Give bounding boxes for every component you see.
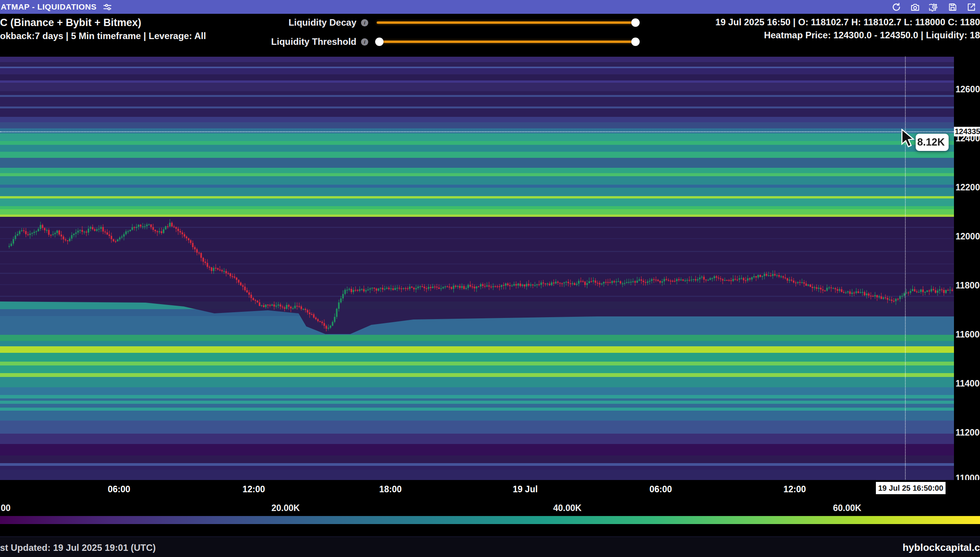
- price-axis[interactable]: 1260001240001220001200001180001160001140…: [954, 57, 980, 480]
- liquidity-tooltip: 8.12K: [916, 134, 949, 151]
- symbol-label: C (Binance + Bybit + Bitmex): [0, 17, 141, 29]
- candlestick-series: [0, 57, 954, 480]
- price-tick-label: 110000: [956, 473, 980, 480]
- slider-thumb[interactable]: [631, 18, 640, 27]
- camera-icon[interactable]: [910, 2, 920, 12]
- save-icon[interactable]: [948, 2, 957, 12]
- slider-track[interactable]: [377, 41, 637, 43]
- time-tick-label: 18:00: [379, 484, 402, 495]
- page-title: ATMAP - LIQUIDATIONS: [1, 2, 96, 11]
- price-tick-label: 122000: [956, 182, 980, 193]
- color-scale-tick-label: 20.00K: [271, 503, 300, 513]
- slider-thumb-low[interactable]: [375, 38, 384, 46]
- header: C (Binance + Bybit + Bitmex) okback:7 da…: [0, 14, 980, 57]
- liquidity-threshold-row: Liquidity Threshold i: [230, 36, 643, 48]
- liquidity-decay-label: Liquidity Decay: [289, 17, 356, 28]
- export-icon[interactable]: [967, 2, 976, 12]
- price-tick-label: 120000: [956, 231, 980, 242]
- price-tick-label: 126000: [956, 84, 980, 95]
- liquidity-threshold-slider[interactable]: [377, 36, 637, 48]
- color-scale-gradient-bar: [0, 516, 980, 524]
- ohlc-readout: 19 Jul 2025 16:50 | O: 118102.7 H: 11810…: [715, 17, 980, 28]
- color-scale-tick-label: 00: [1, 503, 11, 513]
- time-tick-label: 19 Jul: [513, 484, 537, 495]
- last-updated-label: st Updated: 19 Jul 2025 19:01 (UTC): [0, 542, 156, 553]
- crosshair-price-label: 124335: [954, 127, 980, 136]
- liquidation-heatmap-app: ATMAP - LIQUIDATIONS: [0, 0, 980, 557]
- price-tick-label: 116000: [956, 329, 980, 340]
- crosshair-time-label: 19 Jul 25 16:50:00: [876, 482, 946, 494]
- heatmap-readout: Heatmap Price: 124300.0 - 124350.0 | Liq…: [764, 30, 980, 41]
- info-icon[interactable]: i: [361, 19, 368, 26]
- price-tick-label: 114000: [956, 378, 980, 389]
- info-icon[interactable]: i: [361, 38, 368, 46]
- color-scale-tick-label: 60.00K: [833, 503, 861, 513]
- footer: st Updated: 19 Jul 2025 19:01 (UTC) hybl…: [0, 536, 980, 557]
- time-tick-label: 06:00: [650, 484, 672, 495]
- liquidity-decay-row: Liquidity Decay i: [230, 17, 643, 28]
- title-bar: ATMAP - LIQUIDATIONS: [0, 0, 980, 14]
- time-axis[interactable]: 19 Jul 25 16:50:00 06:0012:0018:0019 Jul…: [0, 480, 980, 498]
- settings-summary: okback:7 days | 5 Min timeframe | Levera…: [0, 31, 206, 41]
- gear-icon[interactable]: [929, 2, 939, 12]
- slider-thumb-high[interactable]: [631, 38, 640, 46]
- liquidity-threshold-label: Liquidity Threshold: [271, 36, 356, 47]
- time-tick-label: 12:00: [243, 484, 265, 495]
- refresh-icon[interactable]: [892, 2, 901, 12]
- time-tick-label: 12:00: [784, 484, 806, 495]
- filters-icon[interactable]: [103, 2, 112, 12]
- price-tick-label: 118000: [956, 280, 980, 291]
- toolbar-icons: [892, 0, 976, 14]
- heatmap-chart[interactable]: [0, 57, 954, 480]
- price-tick-label: 112000: [956, 428, 980, 438]
- time-tick-label: 06:00: [108, 484, 131, 495]
- liquidity-color-scale: 0020.00K40.00K60.00K: [0, 498, 980, 536]
- brand-link[interactable]: hyblockcapital.c: [903, 542, 980, 554]
- color-scale-tick-label: 40.00K: [553, 503, 581, 513]
- liquidity-decay-slider[interactable]: [377, 17, 637, 28]
- slider-track[interactable]: [377, 21, 637, 24]
